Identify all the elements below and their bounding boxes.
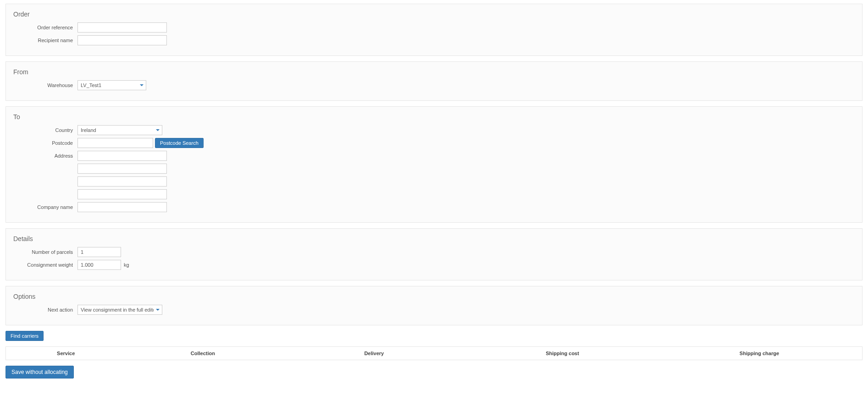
order-title: Order — [13, 11, 855, 18]
company-label: Company name — [13, 204, 77, 210]
to-panel: To Country Ireland Postcode Postcode Sea… — [6, 106, 862, 223]
next-action-label: Next action — [13, 307, 77, 313]
carriers-table-wrap: Service Collection Delivery Shipping cos… — [6, 346, 862, 360]
postcode-row: Postcode Postcode Search — [13, 138, 855, 148]
recipient-input[interactable] — [77, 35, 167, 45]
address-row-4 — [13, 189, 855, 199]
weight-label: Consignment weight — [13, 262, 77, 268]
company-input[interactable] — [77, 202, 167, 212]
from-panel: From Warehouse LV_Test1 — [6, 61, 862, 101]
postcode-search-button[interactable]: Postcode Search — [155, 138, 204, 148]
to-title: To — [13, 113, 855, 121]
col-shipping-charge: Shipping charge — [657, 347, 862, 360]
options-title: Options — [13, 293, 855, 300]
address-row-2 — [13, 164, 855, 174]
country-label: Country — [13, 127, 77, 133]
warehouse-row: Warehouse LV_Test1 — [13, 80, 855, 90]
address-row-3 — [13, 176, 855, 187]
order-ref-label: Order reference — [13, 25, 77, 30]
parcels-label: Number of parcels — [13, 249, 77, 255]
details-title: Details — [13, 235, 855, 242]
address2-input[interactable] — [77, 164, 167, 174]
parcels-input[interactable] — [77, 247, 121, 257]
postcode-label: Postcode — [13, 140, 77, 146]
order-ref-input[interactable] — [77, 22, 167, 33]
order-panel: Order Order reference Recipient name — [6, 4, 862, 56]
postcode-input[interactable] — [77, 138, 153, 148]
carriers-table: Service Collection Delivery Shipping cos… — [6, 347, 862, 360]
recipient-row: Recipient name — [13, 35, 855, 45]
save-without-allocating-button[interactable]: Save without allocating — [6, 366, 74, 379]
next-action-select[interactable]: View consignment in the full editor — [77, 305, 162, 315]
country-row: Country Ireland — [13, 125, 855, 135]
address4-input[interactable] — [77, 189, 167, 199]
col-service: Service — [6, 347, 126, 360]
save-row: Save without allocating — [6, 366, 862, 379]
address3-input[interactable] — [77, 176, 167, 187]
find-carriers-row: Find carriers — [6, 331, 862, 341]
col-shipping-cost: Shipping cost — [468, 347, 657, 360]
company-row: Company name — [13, 202, 855, 212]
col-delivery: Delivery — [280, 347, 468, 360]
weight-unit: kg — [124, 262, 129, 268]
weight-row: Consignment weight kg — [13, 260, 855, 270]
parcels-row: Number of parcels — [13, 247, 855, 257]
next-action-row: Next action View consignment in the full… — [13, 305, 855, 315]
country-select[interactable]: Ireland — [77, 125, 162, 135]
warehouse-select[interactable]: LV_Test1 — [77, 80, 146, 90]
details-panel: Details Number of parcels Consignment we… — [6, 228, 862, 280]
table-header-row: Service Collection Delivery Shipping cos… — [6, 347, 862, 360]
weight-input[interactable] — [77, 260, 121, 270]
warehouse-label: Warehouse — [13, 82, 77, 88]
from-title: From — [13, 68, 855, 76]
recipient-label: Recipient name — [13, 38, 77, 43]
order-ref-row: Order reference — [13, 22, 855, 33]
address-label: Address — [13, 153, 77, 159]
find-carriers-button[interactable]: Find carriers — [6, 331, 44, 341]
address1-input[interactable] — [77, 151, 167, 161]
address-row-1: Address — [13, 151, 855, 161]
options-panel: Options Next action View consignment in … — [6, 286, 862, 325]
col-collection: Collection — [126, 347, 280, 360]
